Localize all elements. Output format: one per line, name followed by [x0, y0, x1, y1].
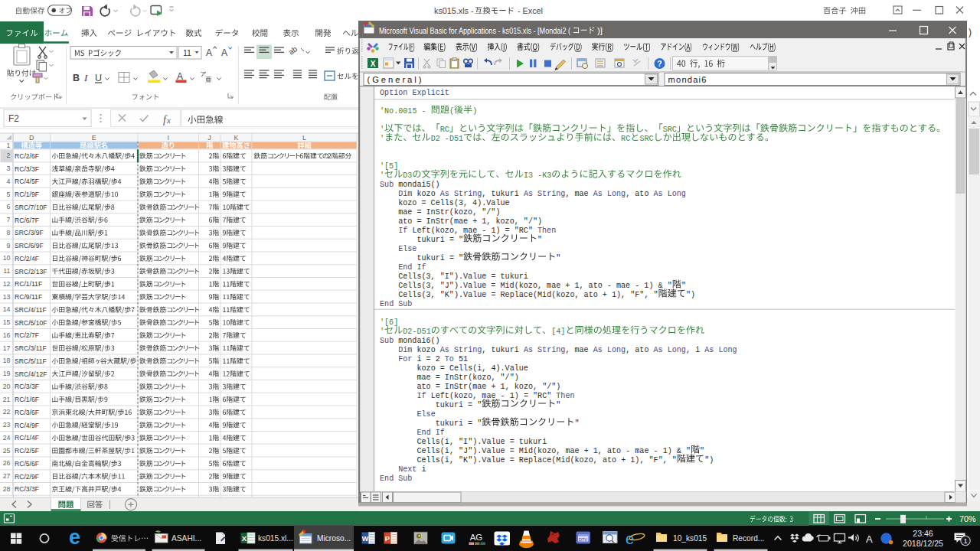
svg-text:Long: Long: [607, 345, 626, 354]
svg-text:RC/1/11F: RC/1/11F: [15, 280, 42, 288]
svg-text:11: 11: [3, 267, 10, 275]
svg-text:13: 13: [3, 293, 11, 301]
svg-text:W: W: [362, 535, 369, 543]
svg-text:U: U: [95, 73, 102, 83]
svg-text:Sub: Sub: [398, 299, 412, 308]
svg-text:21: 21: [3, 396, 11, 403]
svg-text:A: A: [221, 47, 227, 58]
svg-text:, ato: , ato: [626, 345, 648, 354]
svg-text:RC/3/3F: RC/3/3F: [15, 165, 39, 173]
svg-text:Microso...: Microso...: [317, 534, 351, 543]
svg-text:String: String: [454, 189, 482, 198]
svg-text:J: J: [208, 134, 211, 142]
svg-text:P: P: [385, 534, 390, 543]
svg-text:Sub: Sub: [380, 336, 394, 345]
svg-text:A: A: [177, 71, 183, 82]
svg-text:"): "): [704, 455, 714, 465]
svg-text:X: X: [242, 534, 247, 543]
svg-text:'[6]: '[6]: [380, 318, 398, 327]
svg-text:E: E: [92, 134, 96, 142]
svg-text:4: 4: [7, 178, 11, 185]
svg-text:24: 24: [3, 434, 11, 442]
svg-text:1: 1: [7, 142, 11, 149]
svg-text:SRC/7/10F: SRC/7/10F: [15, 204, 47, 211]
svg-text:If: If: [436, 428, 445, 437]
svg-text:End: End: [417, 428, 431, 437]
svg-text:": ": [556, 400, 560, 409]
svg-text:Then: Then: [556, 391, 574, 400]
svg-text:If: If: [398, 226, 407, 235]
svg-text:ASAHI...: ASAHI...: [172, 534, 201, 543]
svg-text:, mae: , mae: [565, 189, 588, 198]
svg-text:SRC/3/9F: SRC/3/9F: [15, 229, 44, 236]
svg-text:As: As: [704, 345, 714, 354]
svg-text:As: As: [524, 189, 533, 198]
svg-text:x: x: [166, 116, 171, 125]
svg-text:I: I: [168, 134, 169, 142]
svg-text:SRC: SRC: [639, 134, 653, 143]
svg-text:RC/9/11F: RC/9/11F: [15, 293, 42, 301]
svg-text:Cells(i, "J").Value = Mid(kozo: Cells(i, "J").Value = Mid(kozo, mae + 1,…: [417, 446, 691, 455]
svg-text:D: D: [29, 134, 34, 142]
svg-text:RC/2/7F: RC/2/7F: [15, 331, 39, 339]
svg-text:23: 23: [3, 421, 11, 429]
svg-text:RC/2/4F: RC/2/4F: [15, 255, 39, 262]
svg-text:tukuri = ": tukuri = ": [436, 419, 482, 428]
svg-text:D3: D3: [403, 171, 412, 180]
svg-text:Sub: Sub: [380, 180, 394, 189]
svg-text:ato = InStr(mae + 1, kozo, "/": ato = InStr(mae + 1, kozo, "/"): [398, 217, 542, 226]
svg-text:Then: Then: [537, 226, 556, 235]
svg-text:RC/2/5F: RC/2/5F: [15, 447, 39, 455]
svg-text:ks015.xl...: ks015.xl...: [258, 534, 293, 543]
svg-text:RC/5/6F: RC/5/6F: [15, 460, 39, 468]
svg-text:15: 15: [3, 318, 11, 326]
svg-text:Long: Long: [607, 189, 626, 198]
svg-text:': ': [380, 327, 384, 336]
svg-text:RC: RC: [621, 134, 630, 143]
svg-text:i = 2: i = 2: [417, 354, 440, 364]
svg-text:ato = InStr(mae + 1, kozo, "/": ato = InStr(mae + 1, kozo, "/"): [417, 382, 561, 391]
svg-text:A: A: [866, 533, 873, 545]
svg-text:kozo: kozo: [417, 345, 436, 354]
svg-text:"): "): [686, 290, 695, 299]
svg-text:End: End: [380, 299, 394, 308]
svg-text:6: 6: [7, 203, 11, 210]
svg-text:SRC/5/10F: SRC/5/10F: [15, 319, 47, 327]
svg-text:RC/2/6F: RC/2/6F: [15, 152, 39, 160]
svg-text:, tukuri: , tukuri: [482, 345, 519, 354]
svg-text:): ): [969, 27, 972, 37]
svg-text:D2-D51: D2-D51: [403, 327, 431, 336]
svg-text:": ": [681, 281, 686, 290]
svg-text:Else: Else: [417, 409, 436, 419]
svg-text:kozo = Cells(3, 4).Value: kozo = Cells(3, 4).Value: [398, 198, 510, 207]
svg-text:Option: Option: [380, 88, 407, 97]
svg-text:Dim: Dim: [398, 189, 412, 198]
svg-text:tukuri = ": tukuri = ": [417, 253, 464, 262]
svg-text:F2: F2: [8, 113, 19, 124]
svg-text:Cells(3, "I").Value = tukuri: Cells(3, "I").Value = tukuri: [398, 272, 528, 281]
svg-text:Cells(i, "I").Value = tukuri: Cells(i, "I").Value = tukuri: [417, 437, 547, 446]
svg-text:(: (: [449, 106, 454, 116]
svg-text:Cells(3, "J").Value = Mid(kozo: Cells(3, "J").Value = Mid(kozo, mae + 1,…: [398, 281, 672, 290]
svg-text:70%: 70%: [959, 514, 976, 523]
svg-text:?: ?: [657, 59, 662, 68]
svg-text:As: As: [524, 345, 533, 354]
svg-text:26: 26: [3, 459, 11, 467]
svg-text:mondai6: mondai6: [668, 75, 707, 84]
svg-text:K: K: [234, 134, 239, 142]
svg-text:Next: Next: [398, 465, 416, 474]
svg-text:9: 9: [7, 242, 11, 249]
svg-text:kozo: kozo: [417, 189, 436, 198]
svg-text:': ': [380, 171, 384, 180]
svg-text:As: As: [654, 345, 663, 354]
svg-text:16: 16: [3, 331, 11, 339]
svg-text:String: String: [537, 189, 565, 198]
svg-text:RC/4/5F: RC/4/5F: [15, 178, 39, 185]
svg-text:, tukuri: , tukuri: [482, 189, 519, 198]
svg-text:8: 8: [7, 229, 11, 236]
svg-text:25: 25: [3, 447, 11, 455]
svg-text:5: 5: [7, 191, 11, 198]
svg-text:L: L: [302, 134, 306, 142]
svg-text:14: 14: [3, 305, 11, 313]
svg-text:As: As: [440, 345, 449, 354]
